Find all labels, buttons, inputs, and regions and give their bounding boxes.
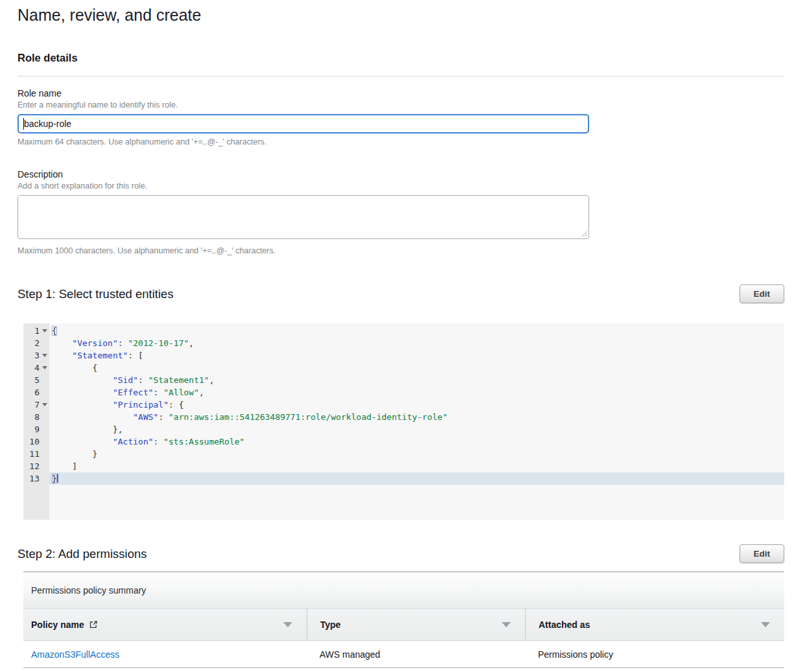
trust-policy-editor[interactable]: 12345678910111213 { "Version": "2012-10-… [23, 323, 784, 520]
gutter-line-number[interactable]: 2 [23, 337, 49, 349]
column-header-label: Attached as [539, 620, 590, 630]
table-row: AmazonS3FullAccess AWS managed Permissio… [23, 641, 784, 668]
description-textarea-wrap [18, 195, 589, 239]
code-line[interactable]: "AWS": "arn:aws:iam::541263489771:role/w… [49, 411, 784, 423]
column-header-label: Type [320, 620, 341, 630]
cell-policy-name: AmazonS3FullAccess [23, 641, 307, 667]
column-header-label: Policy name [31, 620, 84, 630]
code-line[interactable]: "Principal": { [49, 399, 784, 411]
gutter-line-number[interactable]: 3 [23, 349, 49, 362]
text-cursor [23, 118, 24, 130]
step2-edit-button[interactable]: Edit [740, 544, 785, 563]
sort-filter-icon[interactable] [761, 622, 770, 627]
role-name-input-wrap [18, 114, 589, 133]
column-header-policy-name[interactable]: Policy name [23, 609, 307, 640]
editor-gutter: 12345678910111213 [23, 323, 49, 520]
editor-code: { "Version": "2012-10-17", "Statement": … [49, 323, 784, 520]
code-line[interactable]: { [49, 325, 784, 337]
role-name-label: Role name [18, 88, 784, 99]
fold-caret-icon[interactable] [42, 354, 47, 357]
external-link-icon [89, 620, 98, 629]
gutter-line-number[interactable]: 4 [23, 362, 49, 374]
cell-type: AWS managed [307, 641, 525, 667]
permissions-table-header: Policy name Type Attached as [23, 608, 784, 641]
gutter-line-number[interactable]: 11 [23, 448, 49, 460]
fold-caret-icon[interactable] [42, 403, 47, 406]
code-line[interactable]: ] [49, 460, 784, 472]
code-line[interactable]: } [49, 472, 784, 485]
fold-caret-icon[interactable] [42, 366, 47, 369]
column-header-type[interactable]: Type [307, 609, 525, 640]
code-line[interactable]: "Version": "2012-10-17", [49, 337, 784, 349]
page-title: Name, review, and create [18, 5, 784, 25]
page: Name, review, and create Role details Ro… [18, 0, 784, 668]
cell-attached-as: Permissions policy [525, 641, 784, 667]
role-name-input[interactable] [18, 114, 589, 133]
step2-header-row: Step 2: Add permissions Edit [18, 544, 784, 563]
gutter-line-number[interactable]: 6 [23, 386, 49, 399]
permissions-panel: Permissions policy summary Policy name T… [23, 572, 784, 668]
permissions-panel-title: Permissions policy summary [23, 572, 784, 608]
step1-header-row: Step 1: Select trusted entities Edit [18, 284, 784, 303]
description-constraint: Maximum 1000 characters. Use alphanumeri… [18, 246, 784, 256]
code-line[interactable]: "Sid": "Statement1", [49, 374, 784, 386]
role-name-help: Enter a meaningful name to identify this… [18, 100, 784, 110]
code-line[interactable]: "Effect": "Allow", [49, 386, 784, 399]
fold-caret-icon[interactable] [42, 329, 47, 332]
step2-heading: Step 2: Add permissions [18, 547, 147, 561]
gutter-line-number[interactable]: 7 [23, 399, 49, 411]
description-textarea[interactable] [18, 195, 589, 239]
section-divider [18, 76, 784, 76]
step1-heading: Step 1: Select trusted entities [18, 287, 174, 301]
gutter-line-number[interactable]: 1 [23, 325, 49, 337]
description-label: Description [18, 169, 784, 180]
gutter-line-number[interactable]: 5 [23, 374, 49, 386]
role-details-heading: Role details [18, 52, 784, 64]
resize-grip-icon[interactable] [581, 230, 587, 237]
code-line[interactable]: { [49, 362, 784, 374]
policy-name-link[interactable]: AmazonS3FullAccess [31, 649, 119, 660]
code-line[interactable]: }, [49, 423, 784, 435]
step1-edit-button[interactable]: Edit [740, 284, 785, 303]
gutter-line-number[interactable]: 12 [23, 460, 49, 472]
sort-filter-icon[interactable] [283, 622, 292, 627]
gutter-line-number[interactable]: 10 [23, 435, 49, 448]
description-help: Add a short explanation for this role. [18, 181, 784, 191]
gutter-line-number[interactable]: 9 [23, 423, 49, 435]
code-line[interactable]: "Statement": [ [49, 349, 784, 362]
gutter-line-number[interactable]: 13 [23, 472, 49, 485]
code-line[interactable]: } [49, 448, 784, 460]
sort-filter-icon[interactable] [502, 622, 511, 627]
code-line[interactable]: "Action": "sts:AssumeRole" [49, 435, 784, 448]
gutter-line-number[interactable]: 8 [23, 411, 49, 423]
role-name-constraint: Maximum 64 characters. Use alphanumeric … [18, 137, 784, 147]
column-header-attached-as[interactable]: Attached as [525, 609, 784, 640]
editor-cursor [57, 474, 58, 483]
